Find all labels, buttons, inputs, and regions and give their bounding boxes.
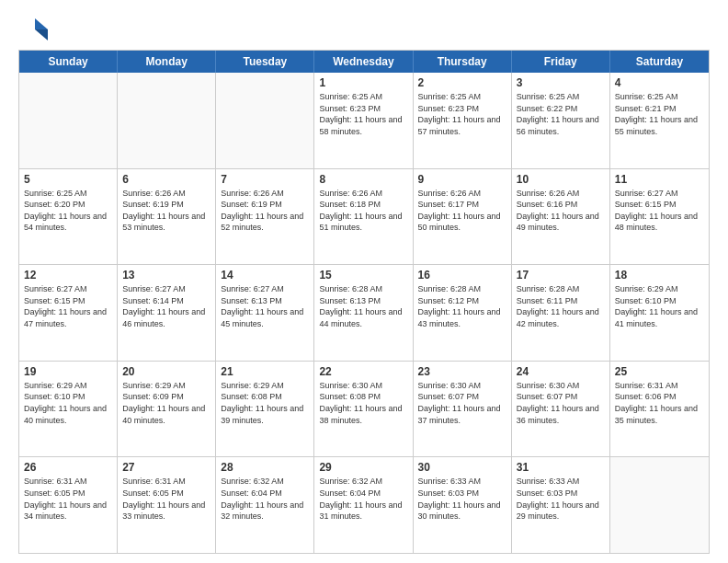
day-number: 21 xyxy=(221,365,309,378)
day-cell-22: 22Sunrise: 6:30 AMSunset: 6:08 PMDayligh… xyxy=(314,362,413,457)
day-number: 13 xyxy=(122,269,210,282)
day-number: 17 xyxy=(517,269,605,282)
day-number: 10 xyxy=(517,173,605,186)
day-cell-18: 18Sunrise: 6:29 AMSunset: 6:10 PMDayligh… xyxy=(610,265,709,361)
day-cell-5: 5Sunrise: 6:25 AMSunset: 6:20 PMDaylight… xyxy=(19,169,118,265)
cell-info: Sunrise: 6:30 AMSunset: 6:08 PMDaylight:… xyxy=(319,380,407,426)
cell-info: Sunrise: 6:29 AMSunset: 6:10 PMDaylight:… xyxy=(615,283,704,329)
cell-info: Sunrise: 6:33 AMSunset: 6:03 PMDaylight:… xyxy=(418,476,506,522)
day-cell-14: 14Sunrise: 6:27 AMSunset: 6:13 PMDayligh… xyxy=(216,265,314,361)
cell-info: Sunrise: 6:30 AMSunset: 6:07 PMDaylight:… xyxy=(517,380,605,426)
day-number: 22 xyxy=(319,365,407,378)
day-cell-17: 17Sunrise: 6:28 AMSunset: 6:11 PMDayligh… xyxy=(512,265,610,361)
day-number: 28 xyxy=(221,461,309,474)
cell-info: Sunrise: 6:32 AMSunset: 6:04 PMDaylight:… xyxy=(221,476,309,522)
day-cell-8: 8Sunrise: 6:26 AMSunset: 6:18 PMDaylight… xyxy=(314,169,413,265)
cell-info: Sunrise: 6:28 AMSunset: 6:11 PMDaylight:… xyxy=(517,283,605,329)
empty-cell xyxy=(118,73,216,168)
empty-cell xyxy=(216,73,314,168)
cell-info: Sunrise: 6:27 AMSunset: 6:15 PMDaylight:… xyxy=(615,188,704,234)
day-number: 30 xyxy=(418,461,506,474)
day-cell-19: 19Sunrise: 6:29 AMSunset: 6:10 PMDayligh… xyxy=(19,362,118,457)
calendar-body: 1Sunrise: 6:25 AMSunset: 6:23 PMDaylight… xyxy=(19,73,709,553)
day-cell-2: 2Sunrise: 6:25 AMSunset: 6:23 PMDaylight… xyxy=(414,73,512,168)
day-number: 14 xyxy=(221,269,309,282)
day-cell-15: 15Sunrise: 6:28 AMSunset: 6:13 PMDayligh… xyxy=(314,265,413,361)
day-number: 26 xyxy=(24,461,112,474)
day-cell-7: 7Sunrise: 6:26 AMSunset: 6:19 PMDaylight… xyxy=(216,169,314,265)
day-number: 20 xyxy=(122,365,210,378)
header-day-saturday: Saturday xyxy=(610,51,709,73)
day-number: 6 xyxy=(122,173,210,186)
cell-info: Sunrise: 6:28 AMSunset: 6:12 PMDaylight:… xyxy=(418,283,506,329)
cell-info: Sunrise: 6:25 AMSunset: 6:23 PMDaylight:… xyxy=(418,91,506,137)
calendar-row-0: 1Sunrise: 6:25 AMSunset: 6:23 PMDaylight… xyxy=(19,73,709,168)
day-number: 19 xyxy=(24,365,112,378)
day-number: 3 xyxy=(517,76,605,89)
header xyxy=(18,17,710,42)
day-cell-9: 9Sunrise: 6:26 AMSunset: 6:17 PMDaylight… xyxy=(414,169,512,265)
day-cell-31: 31Sunrise: 6:33 AMSunset: 6:03 PMDayligh… xyxy=(512,457,610,553)
day-cell-12: 12Sunrise: 6:27 AMSunset: 6:15 PMDayligh… xyxy=(19,265,118,361)
cell-info: Sunrise: 6:33 AMSunset: 6:03 PMDaylight:… xyxy=(517,476,605,522)
cell-info: Sunrise: 6:31 AMSunset: 6:06 PMDaylight:… xyxy=(615,380,704,426)
day-cell-23: 23Sunrise: 6:30 AMSunset: 6:07 PMDayligh… xyxy=(414,362,512,457)
calendar-row-3: 19Sunrise: 6:29 AMSunset: 6:10 PMDayligh… xyxy=(19,361,709,457)
calendar: SundayMondayTuesdayWednesdayThursdayFrid… xyxy=(18,50,710,554)
cell-info: Sunrise: 6:26 AMSunset: 6:17 PMDaylight:… xyxy=(418,188,506,234)
calendar-header: SundayMondayTuesdayWednesdayThursdayFrid… xyxy=(19,51,709,73)
day-cell-26: 26Sunrise: 6:31 AMSunset: 6:05 PMDayligh… xyxy=(19,457,118,553)
day-cell-20: 20Sunrise: 6:29 AMSunset: 6:09 PMDayligh… xyxy=(118,362,216,457)
calendar-row-1: 5Sunrise: 6:25 AMSunset: 6:20 PMDaylight… xyxy=(19,168,709,265)
cell-info: Sunrise: 6:26 AMSunset: 6:18 PMDaylight:… xyxy=(319,188,407,234)
cell-info: Sunrise: 6:27 AMSunset: 6:15 PMDaylight:… xyxy=(24,283,112,329)
day-cell-16: 16Sunrise: 6:28 AMSunset: 6:12 PMDayligh… xyxy=(414,265,512,361)
header-day-sunday: Sunday xyxy=(19,51,118,73)
cell-info: Sunrise: 6:26 AMSunset: 6:16 PMDaylight:… xyxy=(517,188,605,234)
day-number: 4 xyxy=(615,76,704,89)
day-number: 24 xyxy=(517,365,605,378)
empty-cell xyxy=(19,73,118,168)
day-cell-3: 3Sunrise: 6:25 AMSunset: 6:22 PMDaylight… xyxy=(512,73,610,168)
cell-info: Sunrise: 6:30 AMSunset: 6:07 PMDaylight:… xyxy=(418,380,506,426)
cell-info: Sunrise: 6:25 AMSunset: 6:22 PMDaylight:… xyxy=(517,91,605,137)
cell-info: Sunrise: 6:28 AMSunset: 6:13 PMDaylight:… xyxy=(319,283,407,329)
day-number: 8 xyxy=(319,173,407,186)
cell-info: Sunrise: 6:31 AMSunset: 6:05 PMDaylight:… xyxy=(24,476,112,522)
header-day-wednesday: Wednesday xyxy=(314,51,413,73)
day-number: 31 xyxy=(517,461,605,474)
day-number: 9 xyxy=(418,173,506,186)
cell-info: Sunrise: 6:26 AMSunset: 6:19 PMDaylight:… xyxy=(221,188,309,234)
svg-marker-1 xyxy=(35,29,48,40)
cell-info: Sunrise: 6:27 AMSunset: 6:14 PMDaylight:… xyxy=(122,283,210,329)
day-number: 15 xyxy=(319,269,407,282)
day-cell-25: 25Sunrise: 6:31 AMSunset: 6:06 PMDayligh… xyxy=(610,362,709,457)
cell-info: Sunrise: 6:26 AMSunset: 6:19 PMDaylight:… xyxy=(122,188,210,234)
cell-info: Sunrise: 6:32 AMSunset: 6:04 PMDaylight:… xyxy=(319,476,407,522)
day-cell-21: 21Sunrise: 6:29 AMSunset: 6:08 PMDayligh… xyxy=(216,362,314,457)
cell-info: Sunrise: 6:27 AMSunset: 6:13 PMDaylight:… xyxy=(221,283,309,329)
day-cell-13: 13Sunrise: 6:27 AMSunset: 6:14 PMDayligh… xyxy=(118,265,216,361)
cell-info: Sunrise: 6:31 AMSunset: 6:05 PMDaylight:… xyxy=(122,476,210,522)
day-cell-6: 6Sunrise: 6:26 AMSunset: 6:19 PMDaylight… xyxy=(118,169,216,265)
calendar-row-4: 26Sunrise: 6:31 AMSunset: 6:05 PMDayligh… xyxy=(19,456,709,553)
day-cell-27: 27Sunrise: 6:31 AMSunset: 6:05 PMDayligh… xyxy=(118,457,216,553)
day-number: 7 xyxy=(221,173,309,186)
day-number: 18 xyxy=(615,269,704,282)
day-cell-29: 29Sunrise: 6:32 AMSunset: 6:04 PMDayligh… xyxy=(314,457,413,553)
day-cell-1: 1Sunrise: 6:25 AMSunset: 6:23 PMDaylight… xyxy=(314,73,413,168)
header-day-tuesday: Tuesday xyxy=(216,51,314,73)
day-number: 5 xyxy=(24,173,112,186)
cell-info: Sunrise: 6:29 AMSunset: 6:08 PMDaylight:… xyxy=(221,380,309,426)
day-number: 12 xyxy=(24,269,112,282)
day-cell-10: 10Sunrise: 6:26 AMSunset: 6:16 PMDayligh… xyxy=(512,169,610,265)
day-number: 11 xyxy=(615,173,704,186)
cell-info: Sunrise: 6:25 AMSunset: 6:21 PMDaylight:… xyxy=(615,91,704,137)
day-cell-30: 30Sunrise: 6:33 AMSunset: 6:03 PMDayligh… xyxy=(414,457,512,553)
svg-marker-0 xyxy=(35,18,48,29)
calendar-row-2: 12Sunrise: 6:27 AMSunset: 6:15 PMDayligh… xyxy=(19,264,709,361)
day-cell-24: 24Sunrise: 6:30 AMSunset: 6:07 PMDayligh… xyxy=(512,362,610,457)
day-number: 2 xyxy=(418,76,506,89)
day-number: 16 xyxy=(418,269,506,282)
cell-info: Sunrise: 6:25 AMSunset: 6:20 PMDaylight:… xyxy=(24,188,112,234)
